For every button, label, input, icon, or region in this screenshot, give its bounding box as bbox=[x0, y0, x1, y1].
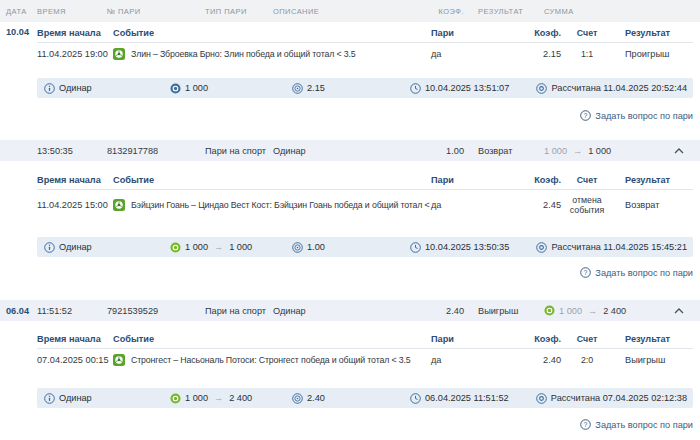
ask-question-label: Задать вопрос по пари bbox=[595, 420, 693, 430]
summary-placed-datetime: 10.04.2025 13:50:35 bbox=[425, 242, 509, 252]
detail-col-start-time: Время начала bbox=[37, 175, 113, 185]
col-bet-type: ТИП ПАРИ bbox=[200, 7, 268, 16]
bet-type: Пари на спорт bbox=[200, 146, 268, 156]
date-group-label: 10.04 bbox=[6, 27, 29, 37]
detail-col-bet: Пари bbox=[431, 28, 501, 38]
summary-bet-type: Одинар bbox=[59, 393, 92, 403]
bet-summary-bar: Одинар 1 000 2.15 10.04.2025 13:51:07 bbox=[37, 78, 693, 98]
soccer-ball-icon bbox=[113, 48, 125, 60]
bet-sum: 1 000→1 000 bbox=[538, 146, 668, 156]
payout-coin-icon bbox=[170, 393, 181, 404]
detail-col-event: Событие bbox=[113, 28, 431, 38]
info-icon bbox=[44, 242, 55, 253]
event-score: 1:1 bbox=[561, 49, 613, 59]
event-bet-value: да bbox=[431, 49, 501, 59]
ask-question-link[interactable]: ? Задать вопрос по пари bbox=[580, 110, 693, 121]
bet-main-row[interactable]: 06.04 11:51:52 7921539529 Пари на спорт … bbox=[0, 300, 700, 321]
summary-coef: 2.40 bbox=[307, 393, 325, 403]
arrow-icon: → bbox=[586, 306, 599, 316]
svg-text:?: ? bbox=[584, 269, 588, 276]
ask-question-label: Задать вопрос по пари bbox=[595, 111, 693, 121]
summary-sum-to: 1 000 bbox=[229, 242, 252, 252]
detail-col-result: Результат bbox=[613, 334, 693, 344]
detail-col-score: Счет bbox=[561, 334, 613, 344]
summary-placed-datetime: 06.04.2025 11:51:52 bbox=[425, 393, 509, 403]
summary-status: Рассчитана 11.04.2025 15:45:21 bbox=[551, 242, 687, 252]
detail-col-coef: Коэф. bbox=[501, 175, 561, 185]
bet-time: 11:51:52 bbox=[30, 306, 100, 316]
ask-question-link[interactable]: ? Задать вопрос по пари bbox=[580, 267, 693, 278]
arrow-icon: → bbox=[212, 242, 225, 252]
event-coef: 2.40 bbox=[501, 355, 561, 365]
bet-subtype: Одинар bbox=[268, 306, 433, 316]
bet-time: 13:50:35 bbox=[30, 146, 100, 156]
col-result: РЕЗУЛЬТАТ bbox=[468, 7, 538, 16]
stake-coin-icon bbox=[170, 83, 181, 94]
col-time: ВРЕМЯ bbox=[30, 7, 100, 16]
question-row: ? Задать вопрос по пари bbox=[37, 419, 693, 432]
clock-icon bbox=[410, 242, 421, 253]
detail-col-start-time: Время начала bbox=[37, 334, 113, 344]
soccer-ball-icon bbox=[113, 354, 125, 366]
soccer-ball-icon bbox=[113, 199, 125, 211]
detail-col-start-time: Время начала bbox=[37, 28, 113, 38]
detail-col-event: Событие bbox=[113, 334, 431, 344]
bet-sum: 1 000→2 400 bbox=[538, 305, 668, 316]
detail-col-score: Счет bbox=[561, 175, 613, 185]
event-result: Выигрыш bbox=[613, 355, 693, 365]
event-result: Проигрыш bbox=[613, 49, 693, 59]
bet-coef: 1.00 bbox=[433, 146, 468, 156]
bet-number: 7921539529 bbox=[100, 306, 200, 316]
detail-col-score: Счет bbox=[561, 28, 613, 38]
collapse-chevron-icon[interactable] bbox=[668, 148, 700, 154]
summary-stake: 1 000 bbox=[185, 83, 208, 93]
event-name: Бэйцзин Гоань – Циндао Вест Кост: Бэйцзи… bbox=[131, 200, 431, 210]
summary-placed-datetime: 10.04.2025 13:51:07 bbox=[425, 83, 509, 93]
question-icon: ? bbox=[580, 110, 591, 121]
event-score: отмена события bbox=[561, 195, 613, 215]
event-name: Злин – Зброевка Брно: Злин победа и общи… bbox=[131, 49, 356, 59]
coefficient-target-icon bbox=[292, 393, 303, 404]
event-coef: 2.45 bbox=[501, 200, 561, 210]
summary-bet-type: Одинар bbox=[59, 83, 92, 93]
bet-main-row[interactable]: 13:50:35 8132917788 Пари на спорт Одинар… bbox=[0, 140, 700, 161]
col-date: ДАТА bbox=[0, 7, 30, 16]
detail-col-result: Результат bbox=[613, 175, 693, 185]
question-row: ? Задать вопрос по пари bbox=[37, 110, 693, 123]
question-row: ? Задать вопрос по пари bbox=[37, 267, 693, 280]
table-header: ДАТА ВРЕМЯ № ПАРИ ТИП ПАРИ ОПИСАНИЕ КОЭФ… bbox=[0, 0, 700, 22]
summary-status: Рассчитана 11.04.2025 20:52:44 bbox=[551, 83, 687, 93]
bet-section-3: 06.04 11:51:52 7921539529 Пари на спорт … bbox=[0, 300, 700, 432]
bet-section-2: 13:50:35 8132917788 Пари на спорт Одинар… bbox=[0, 140, 700, 280]
event-name: Стронгест – Насьональ Потоси: Стронгест … bbox=[131, 355, 411, 365]
question-icon: ? bbox=[580, 419, 591, 430]
event-start-time: 07.04.2025 00:15 bbox=[37, 355, 113, 365]
col-description: ОПИСАНИЕ bbox=[268, 7, 433, 16]
question-icon: ? bbox=[580, 267, 591, 278]
sum-from: 1 000 bbox=[559, 306, 582, 316]
arrow-icon: → bbox=[212, 393, 225, 403]
bet-summary-bar: Одинар 1 000→1 000 1.00 10.04.2025 13:50… bbox=[37, 237, 693, 257]
date-group-label: 06.04 bbox=[0, 306, 30, 316]
ask-question-link[interactable]: ? Задать вопрос по пари bbox=[580, 419, 693, 430]
collapse-chevron-icon[interactable] bbox=[668, 308, 700, 314]
svg-text:?: ? bbox=[584, 112, 588, 119]
status-circle-icon bbox=[536, 242, 547, 253]
detail-col-coef: Коэф. bbox=[501, 334, 561, 344]
bet-result: Возврат bbox=[468, 146, 538, 156]
sum-from: 1 000 bbox=[544, 146, 567, 156]
bet-type: Пари на спорт bbox=[200, 306, 268, 316]
summary-sum-from: 1 000 bbox=[185, 242, 208, 252]
summary-coef: 2.15 bbox=[307, 83, 325, 93]
payout-coin-icon bbox=[544, 305, 555, 316]
bet-number: 8132917788 bbox=[100, 146, 200, 156]
detail-header: Время начала Событие Пари Коэф. Счет Рез… bbox=[37, 24, 693, 43]
detail-col-event: Событие bbox=[113, 175, 431, 185]
sum-to: 2 400 bbox=[603, 306, 626, 316]
status-circle-icon bbox=[536, 83, 547, 94]
status-circle-icon bbox=[536, 393, 547, 404]
coefficient-target-icon bbox=[292, 83, 303, 94]
coefficient-target-icon bbox=[292, 242, 303, 253]
clock-icon bbox=[410, 393, 421, 404]
summary-coef: 1.00 bbox=[307, 242, 325, 252]
